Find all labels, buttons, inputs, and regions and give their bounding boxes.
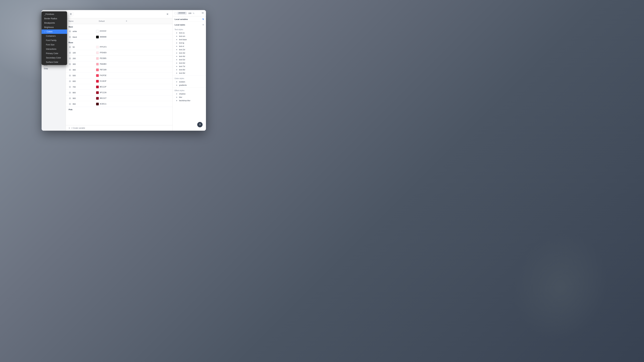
variable-value[interactable]: FFF1F3 bbox=[96, 46, 123, 48]
table-row[interactable]: 900 881327 bbox=[66, 95, 172, 101]
dropdown-item-primitives[interactable]: _Primitives bbox=[42, 12, 67, 16]
variable-value[interactable]: BE122F bbox=[96, 86, 123, 88]
variable-icon bbox=[68, 103, 71, 105]
dropdown-item-colors[interactable]: Colors bbox=[42, 29, 67, 34]
text-style-7xl[interactable]: ▶ text-7xl bbox=[172, 65, 206, 68]
effect-style-label: blur bbox=[179, 96, 182, 98]
dropdown-item-primary-color[interactable]: Primary Color bbox=[42, 51, 67, 56]
svg-rect-2 bbox=[70, 14, 72, 15]
variable-value[interactable]: F43F5E bbox=[96, 74, 123, 77]
opacity-value[interactable]: 100 bbox=[188, 12, 191, 14]
sidebar-toggle-button[interactable] bbox=[68, 12, 73, 16]
add-column-button[interactable]: + bbox=[126, 20, 128, 23]
color-swatch bbox=[96, 30, 99, 33]
text-style-sm[interactable]: ▶ text-sm bbox=[172, 34, 206, 38]
table-row[interactable]: 100 FFE4E9 bbox=[66, 50, 172, 56]
sort-icon[interactable]: ⇅ bbox=[202, 18, 204, 20]
content-area: ✕ Name Default + Base white FFFFFF bbox=[66, 10, 172, 131]
collection-dropdown[interactable]: _Primitives Border Radius Breakpoints Br… bbox=[42, 11, 67, 65]
text-style-2xl[interactable]: ▶ text-2xl bbox=[172, 48, 206, 51]
table-row[interactable]: 600 E11D3F bbox=[66, 78, 172, 84]
add-style-button[interactable]: + bbox=[202, 23, 204, 26]
color-hex: FB7189 bbox=[100, 69, 106, 71]
table-row[interactable]: 300 FDA4B3 bbox=[66, 61, 172, 67]
dropdown-item-border-radius[interactable]: Border Radius bbox=[42, 16, 67, 21]
table-row[interactable]: 50 FFF1F3 bbox=[66, 44, 172, 50]
dropdown-item-font-size[interactable]: Font Size bbox=[42, 42, 67, 47]
text-style-6xl[interactable]: ▶ text-6xl bbox=[172, 61, 206, 65]
variable-value[interactable]: FFFFFF bbox=[96, 30, 123, 33]
effect-style-backdrop-blur[interactable]: ▶ backdrop-blur bbox=[172, 99, 206, 102]
variable-name: 200 bbox=[72, 57, 96, 59]
color-hex: FFE4E9 bbox=[100, 52, 106, 54]
table-row[interactable]: 400 FB7189 bbox=[66, 67, 172, 73]
variable-value[interactable]: FDA4B3 bbox=[96, 63, 123, 65]
right-panel: FFFFFF 100 % Local variables ⇅ Local sty… bbox=[172, 10, 206, 131]
color-swatch bbox=[96, 80, 99, 83]
dropdown-item-secondary-color[interactable]: Secondary Color bbox=[42, 56, 67, 60]
effect-style-blur[interactable]: ▶ blur bbox=[172, 95, 206, 99]
create-variable-button[interactable]: + + Create variable bbox=[66, 125, 172, 131]
color-swatch bbox=[96, 36, 99, 38]
help-button[interactable]: ? bbox=[197, 122, 202, 127]
dropdown-item-containers[interactable]: Containers bbox=[42, 34, 67, 38]
variable-icon bbox=[68, 63, 71, 65]
text-style-label: text-base bbox=[179, 38, 187, 40]
color-style-gradients[interactable]: ▶ gradients bbox=[172, 83, 206, 87]
text-style-label: text-4xl bbox=[179, 55, 185, 57]
dropdown-item-surface-color[interactable]: Surface Color bbox=[42, 60, 67, 64]
table-row[interactable]: 700 BE122F bbox=[66, 84, 172, 90]
variable-value[interactable]: FFE4E9 bbox=[96, 51, 123, 54]
color-swatch bbox=[96, 91, 99, 94]
text-style-3xl[interactable]: ▶ text-3xl bbox=[172, 51, 206, 55]
variable-icon bbox=[68, 46, 71, 48]
variable-value[interactable]: FB7189 bbox=[96, 68, 123, 71]
table-scroll: Base white FFFFFF black 000000 bbox=[66, 24, 172, 125]
variable-icon bbox=[68, 68, 71, 71]
chevron-icon: ▶ bbox=[176, 96, 178, 98]
table-row[interactable]: 800 9F122A bbox=[66, 90, 172, 95]
color-style-avatars[interactable]: ▶ avatars bbox=[172, 80, 206, 83]
variable-value[interactable]: 9F122A bbox=[96, 91, 123, 94]
visibility-toggle[interactable] bbox=[202, 12, 204, 14]
text-style-xs[interactable]: ▶ text-xs bbox=[172, 31, 206, 34]
text-style-base[interactable]: ▶ text-base bbox=[172, 38, 206, 41]
local-variables-section-title: Local variables ⇅ bbox=[172, 16, 206, 21]
text-style-label: text-7xl bbox=[179, 65, 185, 67]
effect-style-shadow[interactable]: ▶ shadow bbox=[172, 92, 206, 95]
color-value-display[interactable]: FFFFFF bbox=[177, 12, 187, 14]
text-style-xl[interactable]: ▶ text-xl bbox=[172, 44, 206, 48]
table-row[interactable]: white FFFFFF bbox=[66, 28, 172, 34]
color-hex: 881327 bbox=[100, 97, 106, 99]
create-variable-label: + Create variable bbox=[71, 127, 85, 129]
table-row[interactable]: 500 F43F5E bbox=[66, 73, 172, 78]
plus-icon: + bbox=[68, 127, 70, 129]
variable-name: 100 bbox=[72, 52, 96, 54]
text-style-9xl[interactable]: ▶ text-9xl bbox=[172, 71, 206, 75]
table-row[interactable]: 200 FECDD5 bbox=[66, 56, 172, 61]
dropdown-item-interactions[interactable]: Interactions bbox=[42, 47, 67, 51]
text-style-8xl[interactable]: ▶ text-8xl bbox=[172, 68, 206, 71]
dropdown-item-breakpoints[interactable]: Breakpoints bbox=[42, 21, 67, 25]
color-preview bbox=[174, 12, 176, 14]
chevron-icon: ▶ bbox=[176, 81, 178, 83]
sidebar-item-gray[interactable]: Gray bbox=[42, 67, 66, 70]
variable-name: 800 bbox=[72, 92, 96, 94]
chevron-icon: ▶ bbox=[176, 69, 178, 70]
chevron-icon: ▶ bbox=[176, 84, 178, 86]
variable-value[interactable]: 000000 bbox=[96, 36, 123, 38]
content-topbar: ✕ bbox=[66, 10, 172, 18]
close-button[interactable]: ✕ bbox=[165, 12, 170, 16]
variable-value[interactable]: FECDD5 bbox=[96, 57, 123, 60]
dropdown-item-font-family[interactable]: Font Family bbox=[42, 38, 67, 42]
variable-value[interactable]: 4C0511 bbox=[96, 103, 123, 105]
variable-value[interactable]: 881327 bbox=[96, 97, 123, 100]
text-style-4xl[interactable]: ▶ text-4xl bbox=[172, 55, 206, 58]
text-style-lg[interactable]: ▶ text-lg bbox=[172, 41, 206, 44]
text-style-5xl[interactable]: ▶ text-5xl bbox=[172, 58, 206, 61]
effect-style-label: backdrop-blur bbox=[179, 100, 190, 102]
dropdown-item-brightness[interactable]: Brightness bbox=[42, 25, 67, 29]
table-row[interactable]: black 000000 bbox=[66, 34, 172, 40]
table-row[interactable]: 950 4C0511 bbox=[66, 101, 172, 107]
variable-value[interactable]: E11D3F bbox=[96, 80, 123, 83]
